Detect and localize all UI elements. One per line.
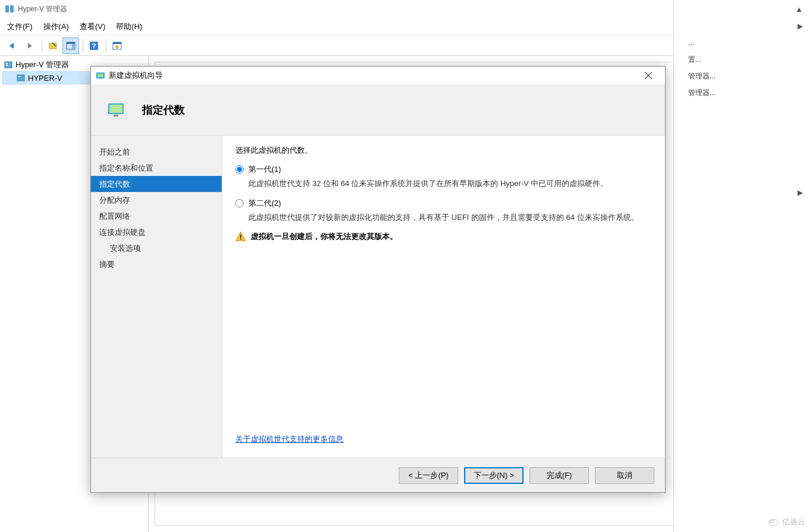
nav-network[interactable]: 配置网络: [91, 208, 222, 224]
nav-disk[interactable]: 连接虚拟硬盘: [91, 224, 222, 240]
new-vm-wizard-dialog: 新建虚拟机向导 指定代数 开始之前 指定名称和位置 指定代数 分配内存 配置网络…: [90, 66, 666, 493]
dialog-title: 新建虚拟机向导: [109, 70, 636, 81]
monitor-icon: [108, 103, 124, 117]
wizard-content: 选择此虚拟机的代数。 第一代(1) 此虚拟机世代支持 32 位和 64 位来宾操…: [222, 136, 665, 458]
gen2-radio[interactable]: [235, 199, 244, 207]
dialog-header: 指定代数: [91, 84, 665, 136]
action-item[interactable]: 置...: [674, 51, 810, 68]
gen1-radio-row[interactable]: 第一代(1): [235, 164, 652, 175]
tool-folder-icon[interactable]: [45, 37, 61, 54]
nav-memory[interactable]: 分配内存: [91, 192, 222, 208]
gen1-description: 此虚拟机世代支持 32 位和 64 位来宾操作系统并提供了在所有早期版本的 Hy…: [248, 178, 652, 190]
action-item[interactable]: 管理器...: [674, 68, 810, 84]
dialog-titlebar: 新建虚拟机向导: [91, 67, 665, 84]
svg-rect-24: [109, 105, 122, 113]
svg-rect-18: [18, 76, 20, 77]
action-item[interactable]: 管理器...: [674, 84, 810, 101]
svg-rect-14: [5, 62, 12, 68]
gen2-radio-row[interactable]: 第二代(2): [235, 198, 652, 209]
menu-help[interactable]: 帮助(H): [116, 21, 142, 32]
svg-rect-16: [6, 65, 8, 66]
toolbar-separator: [83, 39, 83, 52]
menu-action[interactable]: 操作(A): [43, 21, 69, 32]
tree-child-label: HYPER-V: [28, 74, 62, 83]
warning-row: 虚拟机一旦创建后，你将无法更改其版本。: [235, 231, 652, 242]
svg-rect-27: [240, 238, 241, 240]
svg-rect-13: [113, 42, 121, 44]
gen1-radio[interactable]: [235, 165, 244, 174]
gen1-label: 第一代(1): [248, 164, 281, 175]
chevron-right-icon: ▶: [798, 22, 803, 30]
svg-rect-1: [10, 5, 14, 12]
server-icon: [16, 73, 26, 83]
collapse-arrow-icon: ▲: [795, 5, 803, 14]
gen2-label: 第二代(2): [248, 198, 281, 209]
svg-rect-15: [6, 63, 8, 64]
back-button[interactable]: [4, 37, 20, 54]
dialog-body: 开始之前 指定名称和位置 指定代数 分配内存 配置网络 连接虚拟硬盘 安装选项 …: [91, 136, 665, 458]
toolbar-separator: [106, 39, 106, 52]
more-info-link[interactable]: 关于虚拟机世代支持的更多信息: [235, 434, 343, 445]
action-panel: ▲ ▶ ... 置... 管理器... 管理器... ▶: [673, 0, 810, 532]
intro-text: 选择此虚拟机的代数。: [235, 145, 652, 156]
server-manager-icon: [4, 60, 13, 70]
warning-icon: [235, 231, 246, 242]
wizard-icon: [96, 71, 105, 80]
svg-rect-17: [17, 75, 24, 81]
app-icon: [5, 4, 14, 14]
forward-button[interactable]: [21, 37, 38, 54]
svg-rect-25: [114, 115, 118, 117]
nav-before-start[interactable]: 开始之前: [91, 144, 222, 160]
action-header[interactable]: ▲: [674, 0, 810, 18]
warning-text: 虚拟机一旦创建后，你将无法更改其版本。: [251, 231, 398, 242]
cloud-icon: [768, 518, 780, 526]
next-button[interactable]: 下一步(N) >: [464, 467, 524, 484]
watermark: 亿速云: [768, 517, 805, 527]
toolbar-separator: [42, 39, 42, 52]
window-title: Hyper-V 管理器: [18, 4, 723, 14]
main-window: Hyper-V 管理器 文件(F) 操作(A) 查看(V) 帮助(H) ? Hy…: [0, 0, 810, 532]
action-item[interactable]: ...: [674, 34, 810, 51]
dialog-header-title: 指定代数: [142, 103, 185, 117]
cancel-button[interactable]: 取消: [595, 467, 654, 484]
tool-help-icon[interactable]: ?: [86, 37, 102, 54]
svg-rect-0: [5, 5, 9, 12]
svg-rect-9: [72, 44, 75, 49]
svg-rect-20: [97, 74, 103, 77]
tool-view-icon[interactable]: [109, 37, 125, 54]
gen2-description: 此虚拟机世代提供了对较新的虚拟化功能的支持，具有基于 UEFI 的固件，并且需要…: [248, 212, 652, 223]
svg-rect-8: [67, 42, 75, 44]
finish-button[interactable]: 完成(F): [530, 467, 589, 484]
menu-view[interactable]: 查看(V): [80, 21, 105, 32]
nav-summary[interactable]: 摘要: [91, 256, 222, 272]
tool-panel-icon[interactable]: [62, 37, 79, 54]
svg-rect-26: [240, 235, 241, 238]
svg-text:?: ?: [92, 42, 96, 49]
chevron-right-icon: ▶: [798, 188, 803, 197]
prev-button[interactable]: < 上一步(P): [399, 467, 458, 484]
nav-name-location[interactable]: 指定名称和位置: [91, 160, 222, 176]
wizard-nav: 开始之前 指定名称和位置 指定代数 分配内存 配置网络 连接虚拟硬盘 安装选项 …: [91, 136, 222, 458]
menu-file[interactable]: 文件(F): [7, 21, 33, 32]
nav-install[interactable]: 安装选项: [91, 240, 222, 256]
action-item[interactable]: ▶: [674, 184, 810, 201]
nav-generation[interactable]: 指定代数: [91, 176, 222, 192]
action-item[interactable]: ▶: [674, 18, 810, 34]
dialog-footer: < 上一步(P) 下一步(N) > 完成(F) 取消: [91, 458, 665, 492]
tree-root-label: Hyper-V 管理器: [15, 59, 69, 70]
svg-point-29: [770, 520, 773, 523]
dialog-close-button[interactable]: [636, 67, 660, 84]
